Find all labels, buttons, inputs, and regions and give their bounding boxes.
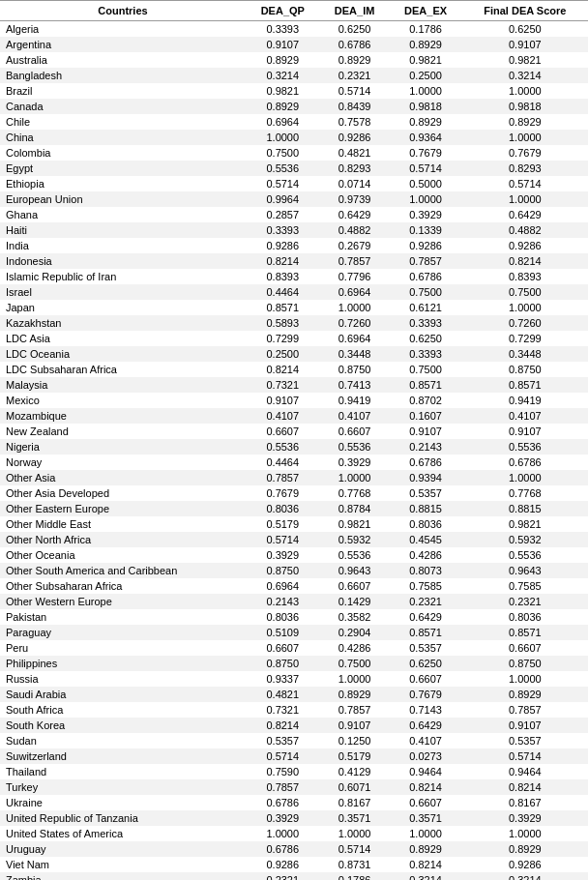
score-value: 0.8439 (320, 99, 390, 114)
country-name: Japan (0, 300, 246, 315)
score-value: 0.9643 (320, 563, 390, 578)
table-row: India0.92860.26790.92860.9286 (0, 238, 588, 253)
country-name: New Zealand (0, 424, 246, 439)
score-value: 0.5536 (320, 439, 390, 455)
score-value: 0.9107 (462, 424, 588, 439)
score-value: 0.7857 (390, 253, 462, 269)
score-value: 0.6250 (462, 21, 588, 38)
score-value: 0.9394 (390, 470, 462, 485)
score-value: 1.0000 (390, 83, 462, 99)
country-name: Argentina (0, 37, 246, 52)
col-header-dea-im: DEA_IM (320, 1, 390, 21)
score-value: 0.7299 (462, 331, 588, 346)
score-value: 0.7796 (320, 269, 390, 284)
country-name: Philippines (0, 656, 246, 671)
score-value: 0.8929 (320, 687, 390, 702)
table-row: LDC Oceania0.25000.34480.33930.3448 (0, 346, 588, 362)
score-value: 1.0000 (462, 300, 588, 315)
table-row: LDC Subsaharan Africa0.82140.87500.75000… (0, 362, 588, 377)
country-name: China (0, 130, 246, 145)
table-row: Haiti0.33930.48820.13390.4882 (0, 222, 588, 238)
score-value: 0.3214 (390, 872, 462, 880)
score-value: 0.9107 (246, 37, 320, 52)
score-value: 1.0000 (462, 83, 588, 99)
score-value: 0.7679 (246, 485, 320, 501)
score-value: 0.9643 (462, 563, 588, 578)
country-name: Ukraine (0, 795, 246, 810)
score-value: 0.7578 (320, 114, 390, 130)
score-value: 0.8750 (320, 362, 390, 377)
country-name: Australia (0, 52, 246, 68)
score-value: 0.4129 (320, 764, 390, 779)
country-name: Pakistan (0, 609, 246, 625)
country-name: Other Asia (0, 470, 246, 485)
score-value: 0.5714 (320, 83, 390, 99)
score-value: 0.6786 (462, 455, 588, 470)
score-value: 0.5179 (246, 516, 320, 532)
table-row: Zambia0.23210.17860.32140.3214 (0, 872, 588, 880)
country-name: United States of America (0, 826, 246, 841)
table-row: Other Western Europe0.21430.14290.23210.… (0, 594, 588, 609)
score-value: 0.8815 (390, 501, 462, 516)
score-value: 0.9821 (462, 52, 588, 68)
score-value: 0.7321 (246, 377, 320, 393)
score-value: 0.5357 (390, 640, 462, 656)
score-value: 0.8393 (462, 269, 588, 284)
score-value: 0.3571 (320, 810, 390, 826)
score-value: 0.7679 (390, 687, 462, 702)
score-value: 0.5932 (320, 532, 390, 547)
score-value: 0.2321 (320, 68, 390, 83)
country-name: Canada (0, 99, 246, 114)
table-row: Algeria0.33930.62500.17860.6250 (0, 21, 588, 38)
score-value: 0.3929 (320, 455, 390, 470)
score-value: 0.8815 (462, 501, 588, 516)
score-value: 0.7857 (246, 779, 320, 795)
table-row: Philippines0.87500.75000.62500.8750 (0, 656, 588, 671)
score-value: 0.7500 (390, 284, 462, 300)
score-value: 0.9464 (390, 764, 462, 779)
score-value: 0.3393 (390, 346, 462, 362)
score-value: 0.7857 (320, 702, 390, 718)
score-value: 1.0000 (462, 470, 588, 485)
score-value: 0.8750 (246, 563, 320, 578)
score-value: 0.4464 (246, 455, 320, 470)
score-value: 0.6607 (390, 671, 462, 687)
country-name: Algeria (0, 21, 246, 38)
table-row: Other South America and Caribbean0.87500… (0, 563, 588, 578)
score-value: 0.1786 (390, 21, 462, 38)
score-value: 0.8214 (246, 362, 320, 377)
country-name: Norway (0, 455, 246, 470)
score-value: 0.4107 (246, 408, 320, 424)
score-value: 0.8571 (390, 377, 462, 393)
score-value: 0.8214 (246, 253, 320, 269)
country-name: Mozambique (0, 408, 246, 424)
score-value: 0.4107 (320, 408, 390, 424)
score-value: 0.7679 (462, 145, 588, 161)
table-row: Other Middle East0.51790.98210.80360.982… (0, 516, 588, 532)
country-name: United Republic of Tanzania (0, 810, 246, 826)
country-name: LDC Asia (0, 331, 246, 346)
score-value: 0.3214 (246, 68, 320, 83)
table-row: Ethiopia0.57140.07140.50000.5714 (0, 176, 588, 191)
country-name: Kazakhstan (0, 315, 246, 331)
score-value: 0.5714 (246, 176, 320, 191)
score-value: 0.6964 (246, 114, 320, 130)
score-value: 0.8167 (320, 795, 390, 810)
country-name: South Korea (0, 718, 246, 733)
table-row: Norway0.44640.39290.67860.6786 (0, 455, 588, 470)
country-name: Colombia (0, 145, 246, 161)
table-row: Other Asia0.78571.00000.93941.0000 (0, 470, 588, 485)
score-value: 0.2321 (462, 594, 588, 609)
score-value: 0.9419 (320, 393, 390, 408)
score-value: 0.6429 (390, 609, 462, 625)
score-value: 0.5536 (320, 547, 390, 563)
score-value: 0.8293 (462, 161, 588, 176)
score-value: 0.6429 (320, 207, 390, 222)
score-value: 0.5109 (246, 625, 320, 640)
score-value: 0.9364 (390, 130, 462, 145)
score-value: 1.0000 (462, 826, 588, 841)
score-value: 0.9286 (246, 238, 320, 253)
score-value: 0.9107 (390, 424, 462, 439)
score-value: 0.4545 (390, 532, 462, 547)
score-value: 0.3448 (462, 346, 588, 362)
